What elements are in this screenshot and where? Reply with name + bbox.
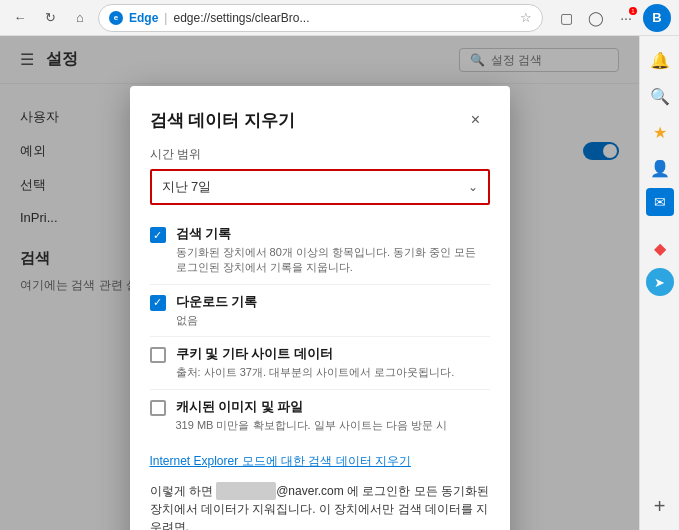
cb-title-search-history: 검색 기록 — [176, 225, 490, 243]
profile-icon[interactable]: ◯ — [583, 5, 609, 31]
dialog-title: 검색 데이터 지우기 — [150, 109, 295, 132]
checkbox-content-cookies: 쿠키 및 기타 사이트 데이터 출처: 사이트 37개. 대부분의 사이트에서 … — [176, 345, 490, 380]
time-range-select[interactable]: 지난 7일 ⌄ — [150, 169, 490, 205]
cb-desc-cached-images: 319 MB 미만을 확보합니다. 일부 사이트는 다음 방문 시 — [176, 418, 490, 433]
checkbox-item-cached-images: 캐시된 이미지 및 파일 319 MB 미만을 확보합니다. 일부 사이트는 다… — [150, 390, 490, 441]
cb-title-cached-images: 캐시된 이미지 및 파일 — [176, 398, 490, 416]
favicon-label: Edge — [129, 11, 158, 25]
dialog-close-button[interactable]: × — [462, 106, 490, 134]
checkbox-search-history[interactable]: ✓ — [150, 227, 166, 243]
more-menu-button[interactable]: ··· 1 — [613, 5, 639, 31]
address-bar[interactable]: e Edge | edge://settings/clearBro... ☆ — [98, 4, 543, 32]
checkbox-content-search-history: 검색 기록 동기화된 장치에서 80개 이상의 항목입니다. 동기화 중인 모든… — [176, 225, 490, 276]
clear-data-dialog: 검색 데이터 지우기 × 시간 범위 지난 7일 ⌄ ✓ 검색 기록 동기화된 … — [130, 86, 510, 530]
check-mark: ✓ — [153, 296, 162, 309]
cb-desc-search-history: 동기화된 장치에서 80개 이상의 항목입니다. 동기화 중인 모든 로그인된 … — [176, 245, 490, 276]
time-range-value: 지난 7일 — [162, 178, 212, 196]
telegram-icon[interactable]: ➤ — [646, 268, 674, 296]
checkbox-download-history[interactable]: ✓ — [150, 295, 166, 311]
address-text: edge://settings/clearBro... — [173, 11, 514, 25]
checkbox-cached-images[interactable] — [150, 400, 166, 416]
check-mark: ✓ — [153, 229, 162, 242]
person-sidebar-icon[interactable]: 👤 — [644, 152, 676, 184]
edge-favicon: e — [109, 11, 123, 25]
cb-desc-cookies: 출처: 사이트 37개. 대부분의 사이트에서 로그아웃됩니다. — [176, 365, 490, 380]
refresh-button[interactable]: ↻ — [38, 6, 62, 30]
colorful-icon[interactable]: ◆ — [644, 232, 676, 264]
toolbar-icons: ▢ ◯ ··· 1 B — [553, 4, 671, 32]
home-button[interactable]: ⌂ — [68, 6, 92, 30]
bing-icon[interactable]: B — [643, 4, 671, 32]
checkbox-item-search-history: ✓ 검색 기록 동기화된 장치에서 80개 이상의 항목입니다. 동기화 중인 … — [150, 217, 490, 285]
checkbox-list: ✓ 검색 기록 동기화된 장치에서 80개 이상의 항목입니다. 동기화 중인 … — [150, 217, 490, 441]
cb-title-download-history: 다운로드 기록 — [176, 293, 490, 311]
star-icon: ☆ — [520, 10, 532, 25]
cb-title-cookies: 쿠키 및 기타 사이트 데이터 — [176, 345, 490, 363]
tab-icon[interactable]: ▢ — [553, 5, 579, 31]
right-sidebar: 🔔 🔍 ★ 👤 ✉ ◆ ➤ + — [639, 36, 679, 530]
search-sidebar-icon[interactable]: 🔍 — [644, 80, 676, 112]
page-layout: ☰ 설정 🔍 사용자 예외 선택 InPri... 검색 — [0, 36, 679, 530]
address-separator: | — [164, 11, 167, 25]
dialog-info-text: 이렇게 하면 @naver.com 에 로그인한 모든 동기화된 장치에서 데이… — [150, 482, 490, 530]
browser-chrome: ← ↻ ⌂ e Edge | edge://settings/clearBro.… — [0, 0, 679, 36]
add-icon[interactable]: + — [644, 490, 676, 522]
checkbox-item-download-history: ✓ 다운로드 기록 없음 — [150, 285, 490, 337]
checkbox-content-cached-images: 캐시된 이미지 및 파일 319 MB 미만을 확보합니다. 일부 사이트는 다… — [176, 398, 490, 433]
notification-badge: 1 — [629, 7, 637, 15]
checkbox-cookies[interactable] — [150, 347, 166, 363]
checkbox-content-download-history: 다운로드 기록 없음 — [176, 293, 490, 328]
settings-panel: ☰ 설정 🔍 사용자 예외 선택 InPri... 검색 — [0, 36, 639, 530]
star-sidebar-icon[interactable]: ★ — [644, 116, 676, 148]
chevron-down-icon: ⌄ — [468, 180, 478, 194]
email-icon[interactable]: ✉ — [646, 188, 674, 216]
time-range-label: 시간 범위 — [150, 146, 490, 163]
bell-icon[interactable]: 🔔 — [644, 44, 676, 76]
checkbox-item-cookies: 쿠키 및 기타 사이트 데이터 출처: 사이트 37개. 대부분의 사이트에서 … — [150, 337, 490, 389]
blurred-email — [216, 482, 276, 500]
dialog-header: 검색 데이터 지우기 × — [150, 106, 490, 134]
cb-desc-download-history: 없음 — [176, 313, 490, 328]
ie-mode-link[interactable]: Internet Explorer 모드에 대한 검색 데이터 지우기 — [150, 453, 490, 470]
back-button[interactable]: ← — [8, 6, 32, 30]
